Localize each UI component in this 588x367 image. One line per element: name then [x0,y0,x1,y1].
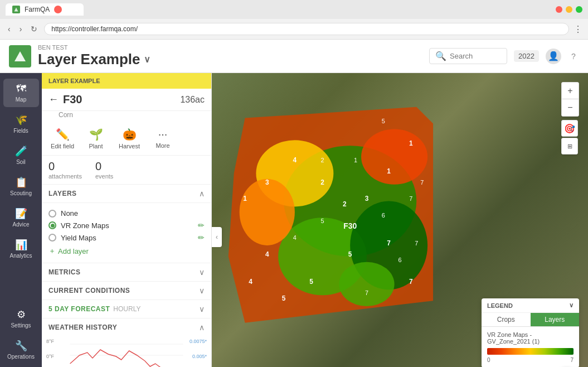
edit-field-button[interactable]: ✏️ Edit field [48,128,76,149]
legend-collapse-icon: ∨ [569,302,574,309]
page-title-dropdown-icon: ∨ [144,54,150,65]
radio-yield[interactable] [48,234,56,242]
svg-point-20 [339,262,394,306]
svg-text:5: 5 [282,294,286,302]
back-button[interactable]: ← [48,94,59,105]
svg-text:7: 7 [365,289,368,296]
user-icon[interactable]: 👤 [546,49,561,64]
top-bar-right: 🔍 2022 👤 ? [429,48,579,64]
svg-text:5: 5 [348,250,352,258]
search-box[interactable]: 🔍 [429,48,507,64]
window-maximize-button[interactable] [576,6,582,13]
zoom-out-button[interactable]: − [562,99,579,116]
harvest-icon: 🎃 [123,128,137,141]
advice-nav-icon: 📝 [15,207,27,220]
harvest-label: Harvest [119,143,140,149]
window-minimize-button[interactable] [566,6,572,13]
legend-tab-layers[interactable]: Layers [531,313,580,326]
sidebar-item-advice[interactable]: 📝 Advice [3,203,39,232]
browser-tab[interactable]: FarmQA × [6,3,84,16]
weather-history-header[interactable]: WEATHER HISTORY ∧ [42,318,211,336]
tab-close-button[interactable]: × [54,6,62,13]
layer-name-none: None [61,209,205,218]
legend-layer-name: VR Zone Maps - GV_Zone_2021 (1) [487,331,574,345]
url-bar[interactable]: https://controller.farmqa.com/ [44,23,569,35]
collapse-panel-button[interactable]: ‹ [212,227,222,247]
current-conditions-header[interactable]: CURRENT CONDITIONS ∨ [42,282,211,300]
location-button[interactable]: 🎯 [561,120,578,137]
attachments-count: 0 [48,160,82,173]
chart-label-0075: 0.0075* [189,339,207,344]
add-layer-label: Add layer [58,247,89,255]
current-conditions-title: CURRENT CONDITIONS [48,287,130,294]
app-logo[interactable] [9,45,31,67]
more-icon: ··· [158,128,168,141]
operations-nav-icon: 🔧 [15,340,27,352]
forward-nav-button[interactable]: › [17,23,25,35]
legend-title: LEGEND [487,302,513,309]
legend-tabs: Crops Layers [482,313,579,327]
year-badge[interactable]: 2022 [514,50,539,62]
window-close-button[interactable] [556,6,562,13]
layer-name-vr: VR Zone Maps [61,221,193,230]
legend-header[interactable]: LEGEND ∨ [482,298,579,313]
search-input[interactable] [450,52,501,60]
sidebar-item-operations[interactable]: 🔧 Operations [3,335,39,364]
layers-title: LAYERS [48,190,77,197]
url-text: https://controller.farmqa.com/ [51,25,138,33]
layers-map-button[interactable]: ⊞ [561,138,578,154]
svg-text:4: 4 [293,234,297,241]
field-name: F30 [63,93,180,106]
svg-text:6: 6 [382,212,385,219]
harvest-button[interactable]: 🎃 Harvest [115,128,143,149]
layers-section-header[interactable]: LAYERS ∧ [42,185,211,203]
weather-history-toggle-icon: ∧ [199,323,205,332]
sidebar-item-soil[interactable]: 🧪 Soil [3,141,39,170]
svg-point-19 [361,129,427,184]
sidebar-item-settings[interactable]: ⚙ Settings [3,304,39,333]
attachments-stat: 0 attachments [48,160,82,180]
layer-option-vr[interactable]: VR Zone Maps ✏ [48,219,205,231]
sidebar-item-fields[interactable]: 🌾 Fields [3,109,39,138]
events-count: 0 [95,160,113,173]
browser-more-button[interactable]: ⋮ [574,24,582,35]
legend-panel: LEGEND ∨ Crops Layers VR Zone Maps - GV_… [482,298,579,367]
svg-text:7: 7 [387,239,391,247]
svg-text:1: 1 [354,157,357,163]
events-stat: 0 events [95,160,113,180]
events-label: events [95,173,113,180]
tab-title: FarmQA [25,6,50,13]
sidebar-item-map[interactable]: 🗺 Map [3,79,39,107]
add-layer-button[interactable]: ＋ Add layer [48,244,205,258]
svg-text:4: 4 [249,278,252,286]
svg-text:7: 7 [415,240,418,247]
layer-option-yield[interactable]: Yield Maps ✏ [48,231,205,244]
svg-text:1: 1 [387,167,391,175]
refresh-nav-button[interactable]: ↻ [28,23,40,35]
zoom-in-button[interactable]: + [562,83,579,99]
layer-example-header: LAYER EXAMPLE [42,73,211,89]
page-title-area: BEN TEST Layer Example ∨ [38,44,150,68]
layer-option-none[interactable]: None [48,207,205,219]
sidebar-item-analytics[interactable]: 📊 Analytics [3,234,39,263]
soil-nav-label: Soil [16,159,26,165]
sidebar-item-scouting[interactable]: 📋 Scouting [3,172,39,201]
help-icon[interactable]: ? [568,51,579,62]
svg-text:7: 7 [409,278,413,286]
layer-edit-yield-icon[interactable]: ✏ [198,233,205,242]
page-title[interactable]: Layer Example ∨ [38,51,150,68]
svg-text:7: 7 [420,179,424,186]
metrics-title: METRICS [48,268,81,276]
metrics-section-header[interactable]: METRICS ∨ [42,263,211,282]
legend-tab-crops[interactable]: Crops [482,313,531,326]
layer-edit-vr-icon[interactable]: ✏ [198,221,205,230]
radio-vr[interactable] [48,221,56,229]
map-area[interactable]: 1 3 4 4 2 2 3 1 1 7 5 5 5 7 4 F30 5 4 6 … [212,73,588,367]
svg-text:5: 5 [382,118,385,125]
radio-none[interactable] [48,210,56,218]
plant-label: Plant [89,143,103,149]
plant-button[interactable]: 🌱 Plant [82,128,110,149]
more-button[interactable]: ··· More [149,128,177,149]
forecast-header[interactable]: 5 DAY FORECAST HOURLY ∨ [42,300,211,318]
back-nav-button[interactable]: ‹ [6,23,13,35]
